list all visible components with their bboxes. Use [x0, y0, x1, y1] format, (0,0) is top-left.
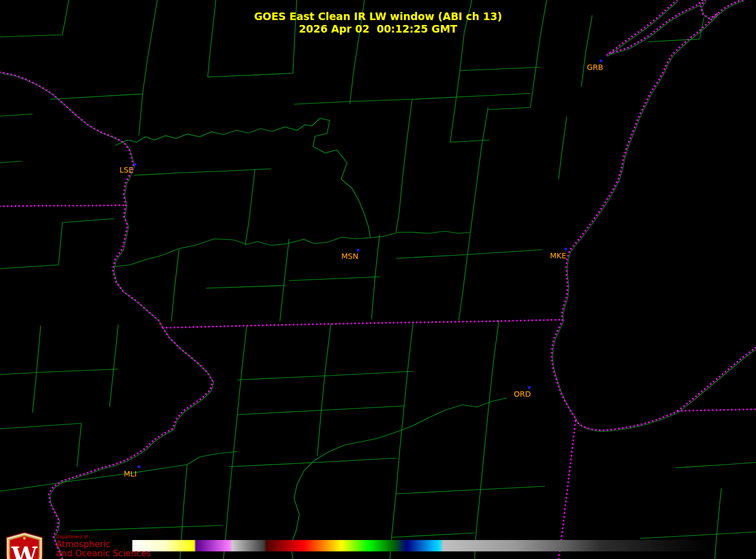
county-line	[0, 161, 22, 163]
satellite-image-viewer: GOES East Clean IR LW window (ABI ch 13)…	[0, 0, 756, 559]
county-line	[0, 369, 118, 374]
county-line	[459, 107, 488, 320]
dept-name-line-2: and Oceanic Sciences	[56, 549, 151, 558]
county-line	[460, 67, 540, 71]
county-line	[0, 114, 33, 116]
county-line	[489, 320, 499, 402]
station-label-grb: GRB	[587, 63, 603, 72]
ir-temperature-colorbar	[132, 540, 710, 551]
title-line-2: 2026 Apr 02 00:12:25 GMT	[0, 23, 756, 35]
county-line	[115, 118, 370, 238]
county-line	[33, 326, 41, 412]
station-label-ord: ORD	[514, 390, 531, 398]
state-boundary-dotted	[552, 320, 576, 420]
county-line	[110, 325, 118, 407]
county-line	[71, 525, 222, 531]
state-boundary-dotted	[49, 328, 213, 559]
station-dot	[138, 466, 140, 468]
dept-name-line-1: Atmospheric	[56, 539, 151, 549]
station-dot	[357, 249, 360, 252]
shoreline	[553, 321, 577, 421]
county-line	[134, 169, 271, 175]
map-canvas	[0, 0, 756, 559]
svg-text:W: W	[11, 542, 38, 559]
station-dot	[528, 386, 531, 389]
county-line	[450, 140, 489, 142]
county-line	[317, 323, 331, 456]
county-line	[0, 219, 114, 269]
county-line	[280, 239, 289, 321]
county-line	[294, 99, 412, 104]
image-title: GOES East Clean IR LW window (ABI ch 13)…	[0, 10, 756, 35]
state-boundary-dotted	[0, 205, 124, 206]
station-dot	[600, 60, 603, 62]
county-line	[396, 99, 412, 232]
county-line	[77, 423, 81, 467]
shoreline	[679, 348, 756, 412]
station-label-mli: MLI	[124, 469, 137, 478]
county-line	[396, 250, 542, 258]
state-boundary-dotted	[576, 411, 678, 430]
county-line	[0, 465, 187, 491]
county-line	[450, 71, 460, 142]
shoreline	[50, 329, 214, 559]
state-boundary-dotted	[678, 347, 756, 411]
uw-crest-icon: W	[3, 531, 46, 559]
county-line	[475, 402, 489, 559]
county-line	[171, 250, 179, 321]
state-boundary-dotted	[559, 421, 575, 559]
state-boundaries	[0, 0, 756, 559]
department-name: Department of Atmospheric and Oceanic Sc…	[56, 531, 151, 558]
county-line	[404, 321, 413, 407]
county-line	[715, 488, 721, 559]
county-line	[187, 452, 238, 465]
county-line	[396, 486, 545, 494]
county-line	[50, 94, 143, 99]
county-line	[238, 326, 247, 412]
station-label-lse: LSE	[119, 166, 133, 174]
county-line	[640, 532, 756, 538]
county-line	[412, 93, 530, 99]
county-line	[111, 231, 470, 267]
county-line	[0, 423, 81, 429]
station-dot	[134, 163, 137, 166]
state-boundary-dotted	[678, 409, 756, 411]
county-line	[291, 398, 507, 559]
state-boundary-dotted	[163, 320, 562, 328]
state-boundary-dotted	[0, 72, 163, 328]
county-line	[392, 533, 475, 537]
county-line	[559, 117, 567, 179]
county-line	[238, 371, 413, 380]
county-line	[223, 412, 238, 559]
county-line	[675, 462, 756, 468]
uw-aos-logo: W Department of Atmospheric and Oceanic …	[3, 531, 151, 559]
shoreline	[1, 73, 164, 329]
county-line	[208, 73, 293, 77]
county-line	[206, 285, 286, 288]
county-boundaries	[0, 0, 756, 559]
county-line	[289, 277, 380, 281]
station-label-mke: MKE	[550, 251, 566, 260]
title-line-1: GOES East Clean IR LW window (ABI ch 13)	[0, 10, 756, 23]
county-line	[245, 170, 255, 245]
state-boundary-dotted	[562, 14, 717, 320]
county-line	[488, 107, 530, 110]
shoreline	[563, 15, 718, 321]
station-dot	[565, 248, 567, 251]
station-label-msn: MSN	[341, 252, 358, 261]
